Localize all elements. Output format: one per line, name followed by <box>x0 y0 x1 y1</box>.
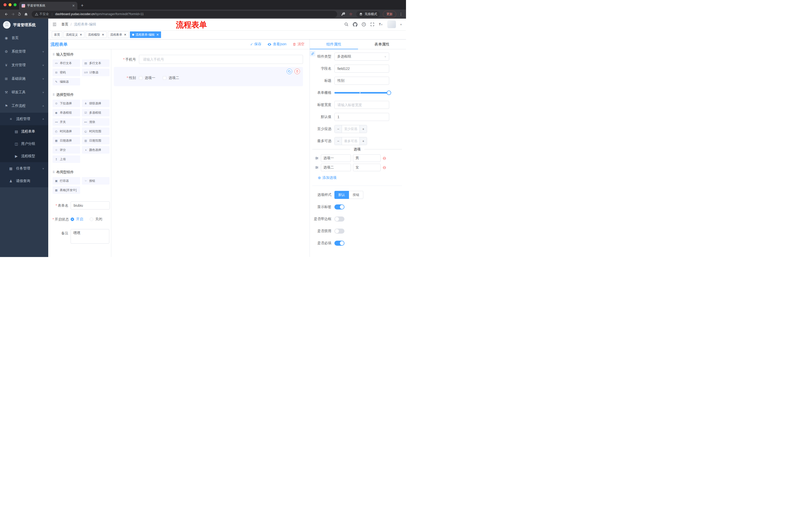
breadcrumb-home[interactable]: 首页 <box>61 22 68 27</box>
stepper-placeholder[interactable]: 最多可选 <box>342 137 359 145</box>
style-button-button[interactable]: 按钮 <box>349 191 363 199</box>
tag-process-definition[interactable]: 流程定义 ✕ <box>63 31 84 38</box>
stepper-placeholder[interactable]: 至少应选 <box>342 125 359 133</box>
tag-process-model[interactable]: 流程模型 ✕ <box>86 31 107 38</box>
plus-icon[interactable]: + <box>359 137 367 145</box>
browser-tab[interactable]: 芋道管理系统 ✕ <box>19 2 77 9</box>
sidebar-item-process-management[interactable]: ≡ 流程管理 ∧ <box>0 113 48 125</box>
palette-item-checkbox-group[interactable]: ☑多选框组 <box>82 109 110 116</box>
form-canvas[interactable]: *手机号 <box>111 49 310 257</box>
palette-item-editor[interactable]: ✎编辑器 <box>53 78 80 85</box>
minus-icon[interactable]: − <box>335 137 342 145</box>
sidebar-item-leave-query[interactable]: ♟ 请假查询 <box>0 175 48 187</box>
canvas-field-phone[interactable]: *手机号 <box>114 55 303 64</box>
palette-item-textarea[interactable]: ▤多行文本 <box>82 59 110 67</box>
palette-item-date-picker[interactable]: ▦日期选择 <box>53 137 80 144</box>
palette-item-time-range[interactable]: ◵时间范围 <box>82 128 110 135</box>
view-json-button[interactable]: 查看json <box>267 42 286 47</box>
disabled-toggle[interactable] <box>335 228 344 234</box>
avatar-caret-icon[interactable]: ∨ <box>400 23 402 26</box>
palette-item-upload[interactable]: ↥上传 <box>53 155 80 163</box>
palette-item-counter[interactable]: 123计数器 <box>82 69 110 76</box>
palette-item-table[interactable]: ▦表格[开发中] <box>53 186 80 194</box>
new-tab-button[interactable]: + <box>81 3 84 8</box>
grid-slider[interactable] <box>335 89 389 97</box>
option-value-input[interactable] <box>353 164 381 171</box>
bookmark-star-icon[interactable]: ☆ <box>349 12 352 16</box>
show-label-toggle[interactable] <box>335 205 344 210</box>
checkbox-option-2[interactable]: 选项二 <box>163 76 179 80</box>
palette-item-rate[interactable]: ☆评分 <box>53 146 80 154</box>
option-value-input[interactable] <box>353 154 381 162</box>
zoom-window-button[interactable] <box>13 3 17 6</box>
sidebar-item-home[interactable]: ◉ 首页 <box>0 31 48 45</box>
tag-process-form[interactable]: 流程表单 ✕ <box>108 31 128 38</box>
search-icon[interactable] <box>344 22 349 27</box>
palette-item-date-range[interactable]: ▥日期范围 <box>82 137 110 144</box>
phone-input[interactable] <box>139 55 303 64</box>
slider-handle[interactable] <box>387 90 391 95</box>
tag-close-icon[interactable]: ✕ <box>156 33 159 36</box>
tab-form-props[interactable]: 表单属性 <box>358 39 406 49</box>
font-size-icon[interactable]: TT <box>379 22 383 27</box>
checkbox-option-1[interactable]: 选项一 <box>139 76 155 80</box>
forward-icon[interactable] <box>9 11 16 17</box>
tag-close-icon[interactable]: ✕ <box>102 33 104 36</box>
app-logo[interactable]: 芋道管理系统 <box>0 19 48 31</box>
minus-icon[interactable]: − <box>335 125 342 133</box>
sidebar-item-user-groups[interactable]: ◫ 用户分组 <box>0 138 48 150</box>
tag-home[interactable]: 首页 <box>52 31 62 38</box>
link-icon[interactable] <box>310 51 315 56</box>
sidebar-item-payment[interactable]: ¥ 支付管理 ∨ <box>0 58 48 72</box>
home-icon[interactable] <box>23 11 29 17</box>
save-button[interactable]: ✓ 保存 <box>250 42 262 47</box>
browser-menu-icon[interactable]: ⋮ <box>399 12 403 16</box>
option-drag-icon[interactable] <box>315 156 319 160</box>
sidebar-item-system[interactable]: ⚙ 系统管理 ∨ <box>0 45 48 58</box>
hamburger-icon[interactable] <box>52 22 57 27</box>
copy-field-button[interactable] <box>287 69 292 74</box>
palette-item-cascader[interactable]: ⋔级联选择 <box>82 100 110 107</box>
palette-item-select[interactable]: ⊙下拉选择 <box>53 100 80 107</box>
add-option-button[interactable]: ⊕ 添加选项 <box>312 173 403 180</box>
palette-item-radio-group[interactable]: ◉单选框组 <box>53 109 80 116</box>
slider-track[interactable] <box>335 92 389 93</box>
field-name-input[interactable] <box>335 64 389 73</box>
palette-item-password[interactable]: ⊟密码 <box>53 69 80 76</box>
default-value-input[interactable] <box>335 113 389 121</box>
canvas-field-gender-selected[interactable]: *性别 选项一 选项二 <box>114 67 303 86</box>
palette-item-text-input[interactable]: ▭单行文本 <box>53 59 80 67</box>
palette-item-row-container[interactable]: ▣行容器 <box>53 177 80 185</box>
palette-item-switch[interactable]: ⊶开关 <box>53 118 80 126</box>
delete-field-button[interactable] <box>294 69 300 74</box>
palette-item-time-picker[interactable]: ◴时间选择 <box>53 128 80 135</box>
remove-option-icon[interactable]: ⊖ <box>383 156 386 160</box>
incognito-chip[interactable]: 无痕模式 <box>356 11 380 17</box>
clear-button[interactable]: 清空 <box>292 42 304 47</box>
tag-process-form-edit[interactable]: 流程表单-编辑 ✕ <box>130 31 161 38</box>
sidebar-item-devtools[interactable]: ⚒ 研发工具 ∨ <box>0 85 48 99</box>
update-button[interactable]: 更新 <box>383 11 396 18</box>
tag-close-icon[interactable]: ✕ <box>124 33 126 36</box>
reload-icon[interactable] <box>16 11 23 17</box>
remove-option-icon[interactable]: ⊖ <box>383 165 386 170</box>
option-label-input[interactable] <box>321 154 351 162</box>
key-icon[interactable] <box>340 11 346 17</box>
avatar[interactable] <box>387 21 396 28</box>
component-type-select[interactable]: 多选框组 ∨ <box>335 53 389 61</box>
required-toggle[interactable] <box>335 241 344 246</box>
fullscreen-icon[interactable] <box>370 22 375 27</box>
close-window-button[interactable] <box>3 3 6 6</box>
palette-item-button[interactable]: ☞按钮 <box>82 177 110 185</box>
tab-component-props[interactable]: 组件属性 <box>310 39 358 49</box>
security-chip[interactable]: 不安全 <box>35 12 49 16</box>
tag-close-icon[interactable]: ✕ <box>80 33 82 36</box>
sidebar-item-process-model[interactable]: ▶ 流程模型 <box>0 150 48 162</box>
status-radio-off[interactable]: 关闭 <box>90 217 102 221</box>
sidebar-item-task-management[interactable]: ▦ 任务管理 ∨ <box>0 162 48 175</box>
sidebar-item-workflow[interactable]: ⚑ 工作流程 ∧ <box>0 99 48 113</box>
help-icon[interactable]: ? <box>361 22 366 27</box>
label-width-input[interactable] <box>335 101 389 109</box>
form-name-input[interactable] <box>70 201 110 210</box>
option-label-input[interactable] <box>321 164 351 171</box>
